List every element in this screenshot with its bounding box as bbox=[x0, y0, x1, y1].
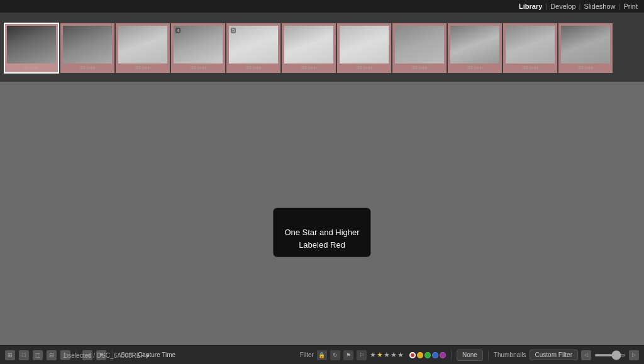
top-navigation: Library | Develop | Slideshow | Print bbox=[0, 0, 644, 13]
purple-label-dot[interactable] bbox=[440, 352, 446, 358]
nav-item-develop[interactable]: Develop bbox=[550, 3, 575, 10]
nav-item-slideshow[interactable]: Slideshow bbox=[584, 3, 615, 10]
custom-filter-button[interactable]: Custom Filter bbox=[530, 350, 578, 360]
thumbnail-label-1: 35 mm bbox=[7, 65, 56, 70]
main-content-area: One Star and HigherLabeled Red bbox=[0, 82, 644, 345]
selected-count-label: 1 selected / DSC_6A008REF ▾ bbox=[63, 352, 149, 359]
thumbnail-label-2: 35 mm bbox=[63, 65, 112, 70]
nav-separator-2: | bbox=[579, 3, 581, 10]
filter-label: Filter bbox=[300, 351, 314, 358]
thumbnail-label-9: 35 mm bbox=[450, 65, 499, 70]
star-2[interactable]: ★ bbox=[377, 351, 383, 359]
thumbnail-label-11: 35 mm bbox=[561, 65, 610, 70]
filmstrip: 35 mm35 mm35 mm435 mm535 mm35 mm35 mm35 … bbox=[0, 13, 644, 82]
nav-separator-3: | bbox=[619, 3, 621, 10]
filter-tooltip: One Star and HigherLabeled Red bbox=[273, 207, 370, 257]
star-1[interactable]: ★ bbox=[370, 351, 376, 359]
thumbnail-2[interactable]: 35 mm bbox=[60, 23, 114, 73]
star-4[interactable]: ★ bbox=[391, 351, 397, 359]
thumbnail-badge-4: 4 bbox=[175, 28, 180, 33]
compare-view-icon[interactable]: ◫ bbox=[33, 350, 43, 360]
thumbnail-badge-5: 5 bbox=[231, 28, 236, 33]
loupe-view-icon[interactable]: □ bbox=[19, 350, 29, 360]
star-3[interactable]: ★ bbox=[384, 351, 390, 359]
red-label-dot[interactable] bbox=[409, 352, 416, 358]
yellow-label-dot[interactable] bbox=[417, 352, 423, 358]
thumbnail-smaller-icon[interactable]: ◁ bbox=[581, 350, 591, 360]
thumbnail-11[interactable]: 35 mm bbox=[558, 23, 613, 73]
thumbnails-label: Thumbnails bbox=[494, 351, 526, 358]
green-label-dot[interactable] bbox=[425, 352, 431, 358]
filter-sync-icon[interactable]: ↻ bbox=[330, 350, 340, 360]
toolbar-separator-4 bbox=[488, 350, 489, 360]
thumbnail-label-7: 35 mm bbox=[340, 65, 389, 70]
thumbnail-label-10: 35 mm bbox=[506, 65, 555, 70]
thumbnail-label-3: 35 mm bbox=[118, 65, 167, 70]
grid-view-icon[interactable]: ⊞ bbox=[5, 350, 15, 360]
thumbnail-4[interactable]: 435 mm bbox=[171, 23, 225, 73]
blue-label-dot[interactable] bbox=[432, 352, 438, 358]
thumbnail-3[interactable]: 35 mm bbox=[116, 23, 170, 73]
thumbnail-10[interactable]: 35 mm bbox=[503, 23, 557, 73]
thumbnail-6[interactable]: 35 mm bbox=[282, 23, 336, 73]
bottom-right-controls: Filter 🔒 ↻ ⚑ ⚐ ★ ★ ★ ★ ★ None Thumbnails… bbox=[300, 350, 639, 361]
filter-unflag-icon[interactable]: ⚐ bbox=[357, 350, 367, 360]
filter-lock-icon[interactable]: 🔒 bbox=[317, 350, 327, 360]
bottom-toolbar: ⊞ □ ◫ ⊟ ◻ ◁ ⚑ Sort: Capture Time 1 selec… bbox=[0, 345, 644, 364]
nav-item-print[interactable]: Print bbox=[623, 3, 638, 10]
thumbnail-label-4: 35 mm bbox=[174, 65, 223, 70]
thumbnail-7[interactable]: 35 mm bbox=[337, 23, 391, 73]
star-filter: ★ ★ ★ ★ ★ bbox=[370, 351, 404, 359]
nav-item-library[interactable]: Library bbox=[519, 3, 542, 10]
toolbar-separator-3 bbox=[451, 350, 452, 360]
thumbnail-1[interactable]: 35 mm bbox=[4, 23, 59, 74]
thumbnail-9[interactable]: 35 mm bbox=[448, 23, 502, 73]
thumbnail-label-5: 35 mm bbox=[229, 65, 278, 70]
thumbnail-8[interactable]: 35 mm bbox=[392, 23, 447, 73]
thumbnail-label-6: 35 mm bbox=[284, 65, 333, 70]
thumbnail-5[interactable]: 535 mm bbox=[226, 23, 280, 73]
filter-flag-icon[interactable]: ⚑ bbox=[343, 350, 353, 360]
color-label-filter bbox=[409, 352, 446, 358]
star-5[interactable]: ★ bbox=[397, 351, 404, 359]
thumbnail-size-slider[interactable] bbox=[594, 354, 626, 356]
thumbnail-label-8: 35 mm bbox=[395, 65, 444, 70]
none-button[interactable]: None bbox=[457, 350, 483, 361]
nav-separator-1: | bbox=[545, 3, 547, 10]
survey-view-icon[interactable]: ⊟ bbox=[47, 350, 57, 360]
thumbnail-larger-icon[interactable]: ▷ bbox=[629, 350, 639, 360]
